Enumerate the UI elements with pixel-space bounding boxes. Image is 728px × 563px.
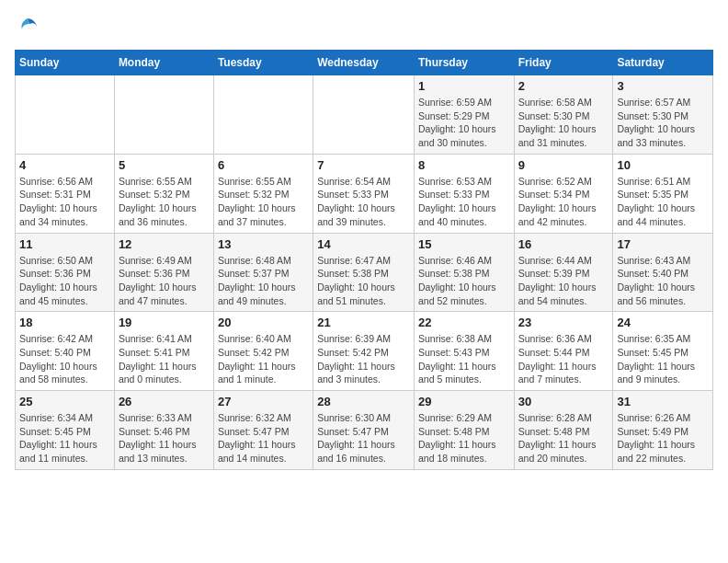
calendar-table: SundayMondayTuesdayWednesdayThursdayFrid… — [15, 50, 713, 470]
day-info: Sunrise: 6:53 AM Sunset: 5:33 PM Dayligh… — [418, 175, 510, 229]
day-number: 11 — [19, 237, 110, 251]
calendar-cell: 8Sunrise: 6:53 AM Sunset: 5:33 PM Daylig… — [414, 154, 514, 233]
day-number: 16 — [518, 237, 609, 251]
day-info: Sunrise: 6:54 AM Sunset: 5:33 PM Dayligh… — [317, 175, 410, 229]
day-number: 17 — [617, 237, 709, 251]
calendar-cell: 3Sunrise: 6:57 AM Sunset: 5:30 PM Daylig… — [613, 75, 713, 155]
week-row-4: 25Sunrise: 6:34 AM Sunset: 5:45 PM Dayli… — [16, 391, 713, 470]
calendar-cell: 25Sunrise: 6:34 AM Sunset: 5:45 PM Dayli… — [16, 391, 115, 470]
day-number: 24 — [617, 316, 709, 329]
day-number: 10 — [617, 158, 709, 172]
day-info: Sunrise: 6:55 AM Sunset: 5:32 PM Dayligh… — [218, 175, 309, 229]
calendar-cell: 14Sunrise: 6:47 AM Sunset: 5:38 PM Dayli… — [313, 233, 415, 312]
day-number: 13 — [218, 237, 309, 251]
calendar-cell: 31Sunrise: 6:26 AM Sunset: 5:49 PM Dayli… — [613, 391, 713, 470]
header — [15, 15, 713, 40]
calendar-cell: 22Sunrise: 6:38 AM Sunset: 5:43 PM Dayli… — [414, 312, 514, 391]
calendar-cell — [114, 75, 213, 155]
day-info: Sunrise: 6:36 AM Sunset: 5:44 PM Dayligh… — [518, 332, 609, 386]
day-info: Sunrise: 6:52 AM Sunset: 5:34 PM Dayligh… — [518, 175, 609, 229]
day-info: Sunrise: 6:51 AM Sunset: 5:35 PM Dayligh… — [617, 175, 709, 229]
day-number: 9 — [518, 158, 609, 172]
day-info: Sunrise: 6:57 AM Sunset: 5:30 PM Dayligh… — [617, 96, 709, 150]
day-info: Sunrise: 6:44 AM Sunset: 5:39 PM Dayligh… — [518, 254, 609, 308]
day-info: Sunrise: 6:41 AM Sunset: 5:41 PM Dayligh… — [119, 332, 210, 386]
day-number: 25 — [19, 395, 110, 408]
day-header-sunday: Sunday — [16, 51, 115, 75]
day-info: Sunrise: 6:49 AM Sunset: 5:36 PM Dayligh… — [119, 254, 210, 308]
day-number: 30 — [518, 395, 609, 408]
day-info: Sunrise: 6:38 AM Sunset: 5:43 PM Dayligh… — [418, 332, 510, 386]
calendar-cell: 11Sunrise: 6:50 AM Sunset: 5:36 PM Dayli… — [16, 233, 115, 312]
day-number: 29 — [418, 395, 510, 408]
calendar-cell: 10Sunrise: 6:51 AM Sunset: 5:35 PM Dayli… — [613, 154, 713, 233]
day-number: 1 — [418, 79, 510, 93]
calendar-cell: 21Sunrise: 6:39 AM Sunset: 5:42 PM Dayli… — [313, 312, 415, 391]
day-header-saturday: Saturday — [613, 51, 713, 75]
calendar-cell — [213, 75, 313, 155]
day-info: Sunrise: 6:35 AM Sunset: 5:45 PM Dayligh… — [617, 332, 709, 386]
day-number: 19 — [119, 316, 210, 329]
day-info: Sunrise: 6:59 AM Sunset: 5:29 PM Dayligh… — [418, 96, 510, 150]
calendar-cell: 7Sunrise: 6:54 AM Sunset: 5:33 PM Daylig… — [313, 154, 415, 233]
day-info: Sunrise: 6:55 AM Sunset: 5:32 PM Dayligh… — [119, 175, 210, 229]
calendar-cell: 5Sunrise: 6:55 AM Sunset: 5:32 PM Daylig… — [114, 154, 213, 233]
day-info: Sunrise: 6:56 AM Sunset: 5:31 PM Dayligh… — [19, 175, 110, 229]
calendar-cell: 2Sunrise: 6:58 AM Sunset: 5:30 PM Daylig… — [514, 75, 613, 155]
day-info: Sunrise: 6:28 AM Sunset: 5:48 PM Dayligh… — [518, 411, 609, 465]
calendar-cell: 6Sunrise: 6:55 AM Sunset: 5:32 PM Daylig… — [213, 154, 313, 233]
calendar-cell: 26Sunrise: 6:33 AM Sunset: 5:46 PM Dayli… — [114, 391, 213, 470]
day-number: 22 — [418, 316, 510, 329]
day-info: Sunrise: 6:32 AM Sunset: 5:47 PM Dayligh… — [218, 411, 309, 465]
calendar-cell: 28Sunrise: 6:30 AM Sunset: 5:47 PM Dayli… — [313, 391, 415, 470]
day-number: 12 — [119, 237, 210, 251]
day-info: Sunrise: 6:46 AM Sunset: 5:38 PM Dayligh… — [418, 254, 510, 308]
calendar-cell: 16Sunrise: 6:44 AM Sunset: 5:39 PM Dayli… — [514, 233, 613, 312]
day-number: 27 — [218, 395, 309, 408]
calendar-cell: 20Sunrise: 6:40 AM Sunset: 5:42 PM Dayli… — [213, 312, 313, 391]
day-number: 20 — [218, 316, 309, 329]
calendar-cell: 27Sunrise: 6:32 AM Sunset: 5:47 PM Dayli… — [213, 391, 313, 470]
calendar-cell — [313, 75, 415, 155]
calendar-cell — [16, 75, 115, 155]
day-number: 7 — [317, 158, 410, 172]
calendar-cell: 17Sunrise: 6:43 AM Sunset: 5:40 PM Dayli… — [613, 233, 713, 312]
week-row-3: 18Sunrise: 6:42 AM Sunset: 5:40 PM Dayli… — [16, 312, 713, 391]
day-info: Sunrise: 6:47 AM Sunset: 5:38 PM Dayligh… — [317, 254, 410, 308]
day-header-monday: Monday — [114, 51, 213, 75]
week-row-2: 11Sunrise: 6:50 AM Sunset: 5:36 PM Dayli… — [16, 233, 713, 312]
day-info: Sunrise: 6:42 AM Sunset: 5:40 PM Dayligh… — [19, 332, 110, 386]
day-info: Sunrise: 6:50 AM Sunset: 5:36 PM Dayligh… — [19, 254, 110, 308]
calendar-cell: 15Sunrise: 6:46 AM Sunset: 5:38 PM Dayli… — [414, 233, 514, 312]
day-number: 26 — [119, 395, 210, 408]
day-info: Sunrise: 6:39 AM Sunset: 5:42 PM Dayligh… — [317, 332, 410, 386]
logo — [15, 15, 44, 40]
day-number: 2 — [518, 79, 609, 93]
day-number: 4 — [19, 158, 110, 172]
calendar-cell: 12Sunrise: 6:49 AM Sunset: 5:36 PM Dayli… — [114, 233, 213, 312]
day-header-friday: Friday — [514, 51, 613, 75]
day-info: Sunrise: 6:43 AM Sunset: 5:40 PM Dayligh… — [617, 254, 709, 308]
day-number: 3 — [617, 79, 709, 93]
calendar-cell: 18Sunrise: 6:42 AM Sunset: 5:40 PM Dayli… — [16, 312, 115, 391]
day-number: 31 — [617, 395, 709, 408]
day-number: 6 — [218, 158, 309, 172]
day-info: Sunrise: 6:58 AM Sunset: 5:30 PM Dayligh… — [518, 96, 609, 150]
day-number: 21 — [317, 316, 410, 329]
calendar-cell: 30Sunrise: 6:28 AM Sunset: 5:48 PM Dayli… — [514, 391, 613, 470]
calendar-cell: 1Sunrise: 6:59 AM Sunset: 5:29 PM Daylig… — [414, 75, 514, 155]
day-info: Sunrise: 6:26 AM Sunset: 5:49 PM Dayligh… — [617, 411, 709, 465]
day-header-thursday: Thursday — [414, 51, 514, 75]
week-row-1: 4Sunrise: 6:56 AM Sunset: 5:31 PM Daylig… — [16, 154, 713, 233]
day-info: Sunrise: 6:40 AM Sunset: 5:42 PM Dayligh… — [218, 332, 309, 386]
calendar-cell: 4Sunrise: 6:56 AM Sunset: 5:31 PM Daylig… — [16, 154, 115, 233]
day-info: Sunrise: 6:33 AM Sunset: 5:46 PM Dayligh… — [119, 411, 210, 465]
day-number: 15 — [418, 237, 510, 251]
calendar-cell: 13Sunrise: 6:48 AM Sunset: 5:37 PM Dayli… — [213, 233, 313, 312]
day-number: 18 — [19, 316, 110, 329]
calendar-cell: 23Sunrise: 6:36 AM Sunset: 5:44 PM Dayli… — [514, 312, 613, 391]
day-info: Sunrise: 6:29 AM Sunset: 5:48 PM Dayligh… — [418, 411, 510, 465]
day-number: 28 — [317, 395, 410, 408]
logo-icon — [15, 15, 40, 40]
day-number: 14 — [317, 237, 410, 251]
